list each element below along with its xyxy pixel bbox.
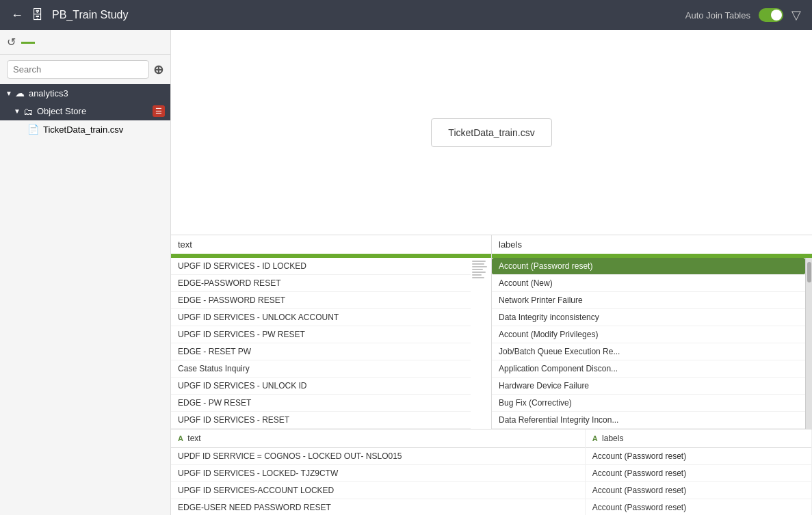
tree-item-ticketdata[interactable]: 📄 TicketData_train.csv (0, 120, 170, 138)
table-row: UPDF ID SERRVICE = COGNOS - LOCKED OUT- … (171, 448, 812, 465)
file-icon: 📄 (27, 124, 39, 135)
columns-panel: text UPGF ID SERVICES - ID LOCKED EDGE-P… (171, 235, 812, 430)
cell-text: UPGF ID SERVICES-ACCOUNT LOCKED (171, 482, 585, 499)
cell-text: EDGE-USER NEED PASSWORD RESET (171, 499, 585, 516)
tree-arrow: ▼ (5, 90, 12, 97)
list-item[interactable]: Data Referential Integrity Incon... (492, 412, 805, 429)
sidebar: ↺ ⊕ ▼ ☁ analytics3 ▼ 🗂 Object Store ☰ (0, 30, 171, 515)
column-title-text: text (178, 239, 192, 250)
list-item[interactable]: Application Component Discon... (492, 360, 805, 378)
back-icon[interactable]: ← (11, 8, 23, 23)
table-row: EDGE-USER NEED PASSWORD RESET Account (P… (171, 499, 812, 516)
tree-item-analytics3[interactable]: ▼ ☁ analytics3 (0, 84, 170, 102)
table-row: UPGF ID SERVICES-ACCOUNT LOCKED Account … (171, 482, 812, 499)
cell-labels: Account (Password reset) (585, 499, 811, 516)
add-icon[interactable]: ⊕ (153, 62, 163, 77)
tree-label-ticketdata: TicketData_train.csv (43, 124, 165, 135)
auto-join-label: Auto Join Tables (685, 10, 750, 21)
list-item[interactable]: UPGF ID SERVICES - ID LOCKED (171, 258, 471, 275)
tree-arrow: ▼ (14, 107, 21, 115)
folder-icon: 🗂 (23, 106, 33, 117)
list-item[interactable]: Job/Batch Queue Execution Re... (492, 343, 805, 360)
db-icon: 🗄 (31, 8, 44, 23)
file-card-label: TicketData_train.csv (448, 127, 534, 138)
tree-label-analytics3: analytics3 (29, 88, 165, 98)
list-item[interactable]: EDGE - RESET PW (171, 343, 471, 360)
topbar-left: ← 🗄 PB_Train Study (11, 8, 128, 23)
list-item[interactable]: EDGE - PASSWORD RESET (171, 292, 471, 309)
page-title: PB_Train Study (52, 9, 128, 21)
column-header-labels: labels (492, 235, 812, 255)
scrollbar[interactable] (805, 258, 812, 429)
file-card-area: TicketData_train.csv (171, 30, 812, 235)
list-item[interactable]: Hardware Device Failure (492, 378, 805, 395)
tree-label-objectstore: Object Store (37, 106, 153, 116)
list-item[interactable]: Bug Fix (Corrective) (492, 395, 805, 412)
col-header-labels[interactable]: A labels (585, 430, 811, 448)
cell-text: UPDF ID SERRVICE = COGNOS - LOCKED OUT- … (171, 448, 585, 465)
list-item[interactable]: UPGF ID SERVICES - UNLOCK ACCOUNT (171, 309, 471, 326)
cloud-icon: ☁ (15, 88, 25, 98)
data-table-wrap[interactable]: A text A labels UPDF ID SERRVICE = COGNO… (171, 430, 812, 515)
file-card[interactable]: TicketData_train.csv (431, 118, 551, 147)
tree-item-objectstore[interactable]: ▼ 🗂 Object Store ☰ (0, 102, 170, 120)
list-item[interactable]: Network Printer Failure (492, 292, 805, 309)
column-box-labels: labels Account (Password reset) Account … (492, 235, 812, 429)
list-item[interactable]: Data Integrity inconsistency (492, 309, 805, 326)
list-item[interactable]: Account (New) (492, 275, 805, 292)
column-list-text[interactable]: UPGF ID SERVICES - ID LOCKED EDGE-PASSWO… (171, 258, 491, 429)
sidebar-toolbar: ↺ (0, 30, 170, 55)
list-item[interactable]: UPGF ID SERVICES - PW RESET (171, 326, 471, 343)
content-area: TicketData_train.csv text UPGF ID SERVIC… (171, 30, 812, 515)
topbar: ← 🗄 PB_Train Study Auto Join Tables ▽ (0, 0, 812, 30)
file-tree: ▼ ☁ analytics3 ▼ 🗂 Object Store ☰ 📄 Tick… (0, 84, 170, 515)
cell-labels: Account (Password reset) (585, 465, 811, 482)
list-item[interactable]: UPGF ID SERVICES - RESET (171, 412, 471, 429)
topbar-right: Auto Join Tables ▽ (685, 8, 801, 23)
list-item[interactable]: EDGE-PASSWORD RESET (171, 275, 471, 292)
refresh-icon[interactable]: ↺ (7, 36, 16, 49)
list-item[interactable]: Case Status Inquiry (171, 360, 471, 378)
cell-labels: Account (Password reset) (585, 482, 811, 499)
sidebar-search-wrap: ⊕ (0, 55, 170, 84)
column-header-text: text (171, 235, 491, 255)
list-item[interactable]: Account (Modify Privileges) (492, 326, 805, 343)
column-list-labels[interactable]: Account (Password reset) Account (New) N… (492, 258, 812, 429)
table-row: UPGF ID SERVICES - LOCKED- TJZ9CTW Accou… (171, 465, 812, 482)
list-item[interactable]: UPGF ID SERVICES - UNLOCK ID (171, 378, 471, 395)
auto-join-toggle[interactable] (759, 8, 783, 22)
col-header-text[interactable]: A text (171, 430, 585, 448)
cell-text: UPGF ID SERVICES - LOCKED- TJZ9CTW (171, 465, 585, 482)
search-input[interactable] (7, 60, 149, 79)
table-action-icon[interactable]: ☰ (153, 105, 165, 117)
data-table: A text A labels UPDF ID SERRVICE = COGNO… (171, 430, 812, 515)
table-header-row: A text A labels (171, 430, 812, 448)
list-item[interactable]: EDGE - PW RESET (171, 395, 471, 412)
column-box-text: text UPGF ID SERVICES - ID LOCKED EDGE-P… (171, 235, 492, 429)
list-item[interactable]: Account (Password reset) (492, 258, 805, 275)
main-layout: ↺ ⊕ ▼ ☁ analytics3 ▼ 🗂 Object Store ☰ (0, 30, 812, 515)
filter-icon[interactable]: ▽ (791, 8, 801, 23)
column-title-labels: labels (499, 239, 522, 250)
cell-labels: Account (Password reset) (585, 448, 811, 465)
